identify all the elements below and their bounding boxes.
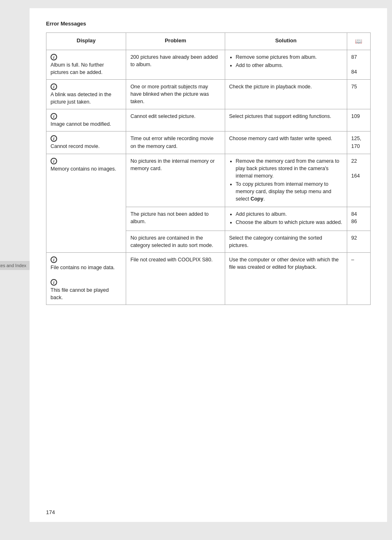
- info-filled-icon: i: [51, 54, 57, 60]
- col-header-solution: Solution: [225, 33, 347, 50]
- solution-cell-1: Remove some pictures from album. Add to …: [225, 50, 347, 79]
- solution-cell-3: Select pictures that support editing fun…: [225, 109, 347, 132]
- ref-cell-5a: 22164: [347, 154, 370, 207]
- side-label: Technical Notes and Index: [0, 261, 33, 270]
- col-header-ref: 📖: [347, 33, 370, 50]
- problem-cell-5b: The picture has not been added to album.: [126, 207, 225, 231]
- ref-cell-5c: 92: [347, 231, 370, 252]
- solution-cell-6: Use the computer or other device with wh…: [225, 252, 347, 305]
- solution-cell-4: Choose memory card with faster write spe…: [225, 132, 347, 154]
- info-filled-icon: i: [51, 158, 57, 164]
- display-cell-3: i Image cannot be modified.: [46, 109, 126, 132]
- info-filled-icon: i: [51, 256, 57, 263]
- page-number: 174: [46, 509, 55, 515]
- info-outline-icon: i: [51, 83, 57, 90]
- display-cell-6: i File contains no image data. i This fi…: [46, 252, 126, 305]
- page-content: Error Messages Display Problem Solution …: [30, 8, 387, 522]
- problem-cell-6: File not created with COOLPIX S80.: [126, 252, 225, 305]
- problem-cell-5c: No pictures are contained in the categor…: [126, 231, 225, 252]
- problem-cell-4: Time out error while recording movie on …: [126, 132, 225, 154]
- display-cell-4: i Cannot record movie.: [46, 132, 126, 154]
- problem-cell-2: One or more portrait subjects may have b…: [126, 80, 225, 109]
- solution-cell-5b: Add pictures to album. Choose the album …: [225, 207, 347, 231]
- info-outline-icon: i: [51, 113, 57, 120]
- display-cell-2: i A blink was detected in the picture ju…: [46, 80, 126, 109]
- table-row: i Image cannot be modified. Cannot edit …: [46, 109, 371, 132]
- ref-cell-2: 75: [347, 80, 370, 109]
- info-outline-icon: i: [51, 279, 57, 286]
- book-icon: 📖: [355, 37, 362, 45]
- table-row: i Album is full. No further pictures can…: [46, 50, 371, 79]
- table-row: i File contains no image data. i This fi…: [46, 252, 371, 305]
- ref-cell-5b: 8486: [347, 207, 370, 231]
- col-header-display: Display: [46, 33, 126, 50]
- solution-cell-5c: Select the category containing the sorte…: [225, 231, 347, 252]
- solution-cell-5a: Remove the memory card from the camera t…: [225, 154, 347, 207]
- ref-cell-4: 125,170: [347, 132, 370, 154]
- error-messages-table: Display Problem Solution 📖 i Album is fu…: [46, 32, 371, 305]
- table-row: i A blink was detected in the picture ju…: [46, 80, 371, 109]
- display-cell-1: i Album is full. No further pictures can…: [46, 50, 126, 79]
- ref-cell-6: –: [347, 252, 370, 305]
- solution-cell-2: Check the picture in playback mode.: [225, 80, 347, 109]
- problem-cell-1: 200 pictures have already been added to …: [126, 50, 225, 79]
- table-row: i Memory contains no images. No pictures…: [46, 154, 371, 207]
- ref-cell-1: 8784: [347, 50, 370, 79]
- ref-cell-3: 109: [347, 109, 370, 132]
- problem-cell-5a: No pictures in the internal memory or me…: [126, 154, 225, 207]
- table-row: i Cannot record movie. Time out error wh…: [46, 132, 371, 154]
- display-cell-5: i Memory contains no images.: [46, 154, 126, 252]
- problem-cell-3: Cannot edit selected picture.: [126, 109, 225, 132]
- info-outline-icon: i: [51, 135, 57, 142]
- col-header-problem: Problem: [126, 33, 225, 50]
- page-header: Error Messages: [46, 21, 371, 27]
